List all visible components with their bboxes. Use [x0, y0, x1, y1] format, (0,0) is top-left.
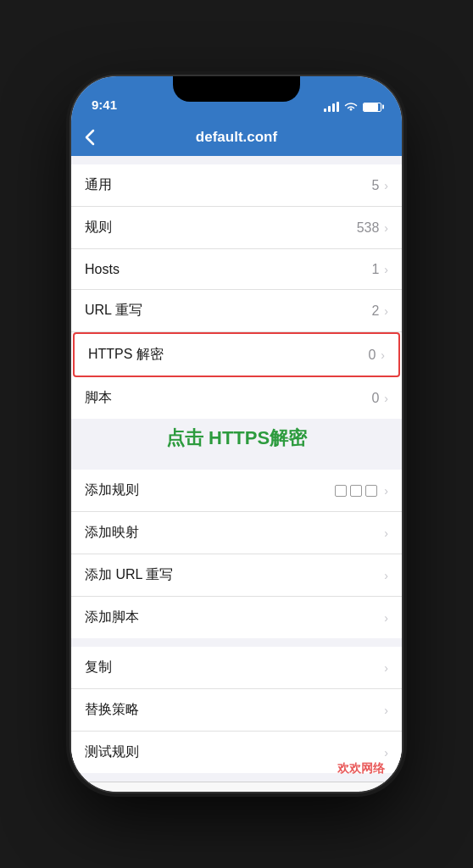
list-item-general[interactable]: 通用 5 ›	[71, 164, 402, 207]
list-item-add-mapping[interactable]: 添加映射 ›	[71, 512, 402, 554]
config-icon	[184, 789, 206, 792]
tab-home[interactable]: 首页	[71, 789, 154, 792]
rule-squares	[335, 485, 377, 497]
tab-settings[interactable]: 设置	[320, 789, 403, 792]
list-item-add-rule[interactable]: 添加规则 ›	[71, 470, 402, 512]
battery-icon	[363, 103, 381, 112]
nav-title: default.conf	[196, 129, 277, 146]
chevron-icon: ›	[384, 661, 388, 675]
home-icon	[102, 789, 124, 792]
main-content: 通用 5 › 规则 538 › Hosts 1 › URL 重写 2 ›	[71, 156, 402, 782]
wifi-icon	[344, 102, 358, 112]
status-time: 9:41	[92, 97, 117, 112]
list-item-add-script[interactable]: 添加脚本 ›	[71, 597, 402, 638]
phone-frame: 9:41	[71, 76, 402, 792]
list-item-https-decrypt[interactable]: HTTPS 解密 0 ›	[73, 332, 400, 377]
list-item-url-rewrite[interactable]: URL 重写 2 ›	[71, 290, 402, 332]
chevron-icon: ›	[384, 392, 388, 405]
chevron-icon: ›	[384, 221, 388, 235]
settings-icon	[349, 789, 371, 792]
chevron-icon: ›	[384, 746, 388, 760]
list-item-copy[interactable]: 复制 ›	[71, 647, 402, 689]
chevron-icon: ›	[384, 484, 388, 498]
section-add: 添加规则 › 添加映射 › 添加 URL 重写 ›	[71, 470, 402, 638]
data-icon	[267, 789, 289, 792]
chevron-icon: ›	[381, 348, 385, 362]
tab-data[interactable]: 数据	[236, 789, 320, 792]
chevron-icon: ›	[384, 179, 388, 192]
status-icons	[324, 102, 381, 112]
chevron-icon: ›	[384, 704, 388, 717]
list-item-rules[interactable]: 规则 538 ›	[71, 207, 402, 249]
watermark: 欢欢网络	[337, 761, 385, 776]
notch	[173, 76, 300, 102]
nav-bar: default.conf	[71, 119, 402, 156]
back-button[interactable]	[85, 129, 95, 146]
section-manage: 复制 › 替换策略 › 测试规则 ›	[71, 647, 402, 773]
list-item-add-url-rewrite[interactable]: 添加 URL 重写 ›	[71, 554, 402, 597]
signal-bars-icon	[324, 102, 339, 112]
chevron-icon: ›	[384, 569, 388, 582]
list-item-hosts[interactable]: Hosts 1 ›	[71, 249, 402, 290]
chevron-icon: ›	[384, 304, 388, 318]
chevron-icon: ›	[384, 263, 388, 276]
list-item-replace-strategy[interactable]: 替换策略 ›	[71, 689, 402, 732]
chevron-icon: ›	[384, 611, 388, 625]
chevron-icon: ›	[384, 526, 388, 540]
list-item-script[interactable]: 脚本 0 ›	[71, 377, 402, 419]
tab-bar: 首页 配置 数据	[71, 782, 402, 792]
section-main: 通用 5 › 规则 538 › Hosts 1 › URL 重写 2 ›	[71, 164, 402, 419]
tab-config[interactable]: 配置	[154, 789, 237, 792]
phone-screen: 9:41	[71, 76, 402, 792]
hint-text: 点击 HTTPS解密	[71, 419, 402, 461]
